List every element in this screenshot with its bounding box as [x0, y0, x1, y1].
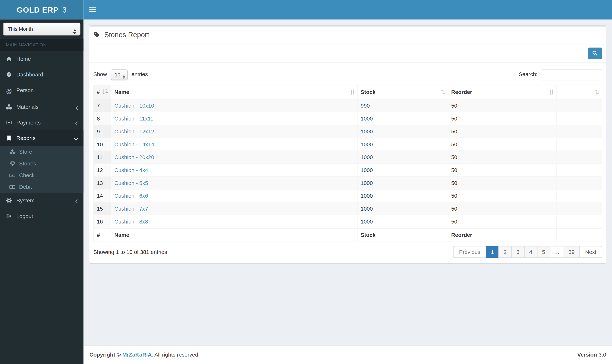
hamburger-icon [89, 7, 96, 12]
stone-link[interactable]: Cushion - 10x10 [114, 103, 154, 109]
cell-actions [557, 125, 602, 138]
stone-link[interactable]: Cushion - 6x6 [114, 193, 148, 199]
cell-stock: 990 [357, 99, 448, 112]
sidebar-link-logout[interactable]: Logout [0, 208, 84, 224]
pagination-page-3[interactable]: 3 [511, 246, 525, 258]
cell-actions [557, 99, 602, 112]
gear-icon [6, 197, 12, 204]
sidebar-item-materials: Materials [0, 99, 84, 115]
sidebar-item-reports: Reports [0, 130, 84, 146]
card-toolbar [89, 44, 606, 63]
table-row: 15 Cushion - 7x7 1000 50 [94, 202, 602, 215]
cell-name: Cushion - 8x8 [111, 215, 357, 228]
table-row: 7 Cushion - 10x10 990 50 [94, 99, 602, 112]
sort-amount-asc-icon [103, 89, 108, 96]
pagination-page-2[interactable]: 2 [499, 246, 512, 258]
sidebar-link-payments[interactable]: Payments [0, 115, 84, 130]
page-title: Stones Report [93, 31, 149, 40]
sidebar-link-person[interactable]: @ Person [0, 82, 84, 99]
sidebar-link-home[interactable]: Home [0, 51, 84, 67]
column-header-reorder[interactable]: Reorder [448, 85, 557, 99]
cell-stock: 1000 [357, 138, 448, 151]
search-button[interactable] [588, 48, 602, 59]
main-header: GOLD ERP 3 [0, 0, 612, 19]
cell-reorder: 50 [448, 215, 557, 228]
pagination-page-4[interactable]: 4 [524, 246, 537, 258]
sidebar-label: Home [16, 56, 31, 62]
sidebar-label: Check [19, 172, 35, 178]
cell-num: 15 [94, 202, 111, 215]
sidebar-label: Person [16, 87, 34, 93]
sidebar-item-stones: Stones [0, 158, 84, 169]
cell-reorder: 50 [448, 151, 557, 164]
chevron-down-icon [74, 136, 79, 142]
version-info: Version 3.0 [577, 352, 606, 358]
stone-link[interactable]: Cushion - 14x14 [114, 141, 154, 147]
money-icon [9, 172, 15, 178]
screen: GOLD ERP 3 This Month MAIN NAVIGATION [0, 0, 612, 364]
sidebar-toggle-button[interactable] [84, 0, 102, 20]
stone-link[interactable]: Cushion - 12x12 [114, 128, 154, 134]
stone-link[interactable]: Cushion - 11x11 [114, 115, 153, 122]
search-icon [592, 51, 598, 57]
bookmark-icon [6, 135, 12, 141]
sidebar-item-dashboard: Dashboard [0, 67, 84, 82]
page-footer: Version 3.0 Copyright © MrZaKaRiA. All r… [84, 346, 612, 364]
column-header-name[interactable]: Name [111, 85, 357, 99]
chevron-left-icon [75, 120, 78, 127]
period-select[interactable]: This Month [3, 23, 80, 36]
sidebar-link-system[interactable]: System [0, 193, 84, 208]
page-length-select[interactable]: 10 [111, 69, 127, 80]
sidebar-link-check[interactable]: Check [0, 169, 84, 181]
cell-num: 16 [94, 215, 111, 228]
brand-logo[interactable]: GOLD ERP 3 [0, 0, 84, 19]
column-header-stock[interactable]: Stock [357, 85, 448, 99]
table-row: 12 Cushion - 4x4 1000 50 [94, 164, 602, 177]
footer-actions [557, 228, 602, 241]
column-header-num[interactable]: # [94, 85, 111, 99]
datatable-area: Show 10 entries Search: [89, 63, 606, 263]
pagination-previous[interactable]: Previous [453, 246, 486, 258]
show-label: Show [93, 71, 107, 77]
sidebar-label: System [16, 197, 35, 204]
owner-link[interactable]: MrZaKaRiA. [122, 352, 153, 358]
pagination-next[interactable]: Next [579, 246, 602, 258]
stone-link[interactable]: Cushion - 4x4 [114, 167, 148, 173]
cell-num: 14 [94, 189, 111, 202]
stone-link[interactable]: Cushion - 20x20 [114, 154, 154, 160]
brand-name: GOLD ERP [17, 5, 58, 14]
page-length-value: 10 [115, 72, 120, 78]
sidebar-menu: Home Dashboard @ Person [0, 51, 84, 224]
sidebar-link-stones[interactable]: Stones [0, 158, 84, 169]
sidebar-label: Materials [16, 104, 39, 110]
stone-link[interactable]: Cushion - 7x7 [114, 206, 148, 212]
cell-reorder: 50 [448, 189, 557, 202]
sidebar-link-dashboard[interactable]: Dashboard [0, 67, 84, 82]
cell-num: 7 [94, 99, 111, 112]
table-search-input[interactable] [542, 69, 602, 80]
copyright: Copyright © MrZaKaRiA. All rights reserv… [89, 352, 200, 358]
sidebar-link-materials[interactable]: Materials [0, 99, 84, 115]
cell-stock: 1000 [357, 151, 448, 164]
pagination-page-1[interactable]: 1 [486, 246, 499, 258]
money-icon [6, 119, 12, 126]
stone-link[interactable]: Cushion - 8x8 [114, 218, 148, 225]
table-row: 14 Cushion - 6x6 1000 50 [94, 189, 602, 202]
version-value: 3.0 [598, 352, 606, 358]
pagination-page-5[interactable]: 5 [537, 246, 550, 258]
sidebar-label: Logout [16, 213, 33, 219]
stone-link[interactable]: Cushion - 5x5 [114, 180, 148, 186]
cell-name: Cushion - 14x14 [111, 138, 357, 151]
datatable-controls: Show 10 entries Search: [93, 69, 602, 80]
cell-num: 13 [94, 177, 111, 189]
sidebar-link-store[interactable]: Store [0, 146, 84, 157]
sidebar-item-person: @ Person [0, 82, 84, 99]
sidebar-link-reports[interactable]: Reports [0, 130, 84, 146]
pagination-page-39[interactable]: 39 [563, 246, 580, 258]
sidebar-link-debit[interactable]: Debit [0, 181, 84, 193]
column-header-actions[interactable] [557, 85, 602, 99]
tag-icon [93, 32, 99, 40]
period-select-value: This Month [8, 26, 33, 32]
cell-name: Cushion - 20x20 [111, 151, 357, 164]
table-search-control: Search: [519, 69, 602, 80]
